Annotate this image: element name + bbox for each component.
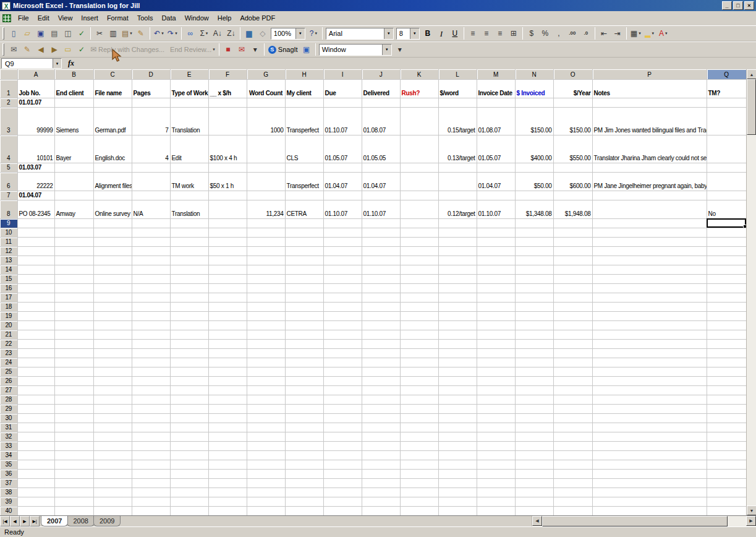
cell-J18[interactable] xyxy=(362,302,400,311)
cell-N20[interactable] xyxy=(515,320,553,330)
cell-Q7[interactable] xyxy=(707,191,746,200)
cell-J3[interactable]: 01.08.07 xyxy=(362,107,400,135)
cell-I40[interactable] xyxy=(323,506,362,515)
cell-E35[interactable] xyxy=(170,460,208,469)
cell-D11[interactable] xyxy=(132,237,170,246)
cell-M12[interactable] xyxy=(477,246,515,256)
cell-L5[interactable] xyxy=(438,163,477,172)
cell-D14[interactable] xyxy=(132,265,170,274)
cell-P5[interactable] xyxy=(592,163,707,172)
cell-P37[interactable] xyxy=(592,478,707,488)
cell-D9[interactable] xyxy=(132,218,170,228)
cell-M10[interactable] xyxy=(477,228,515,237)
cell-H28[interactable] xyxy=(285,395,323,404)
cell-G34[interactable] xyxy=(247,450,285,460)
print-preview-icon[interactable]: ◫ xyxy=(62,27,74,40)
font-size-select[interactable]: 8▾ xyxy=(396,28,420,40)
cell-I29[interactable] xyxy=(323,404,362,413)
cell-N24[interactable] xyxy=(515,358,553,367)
cell-Q40[interactable] xyxy=(707,506,746,515)
cell-M26[interactable] xyxy=(477,376,515,385)
cell-A37[interactable] xyxy=(17,478,54,488)
cell-O37[interactable] xyxy=(553,478,592,488)
cell-I26[interactable] xyxy=(323,376,362,385)
cell-Q26[interactable] xyxy=(707,376,746,385)
cell-H15[interactable] xyxy=(285,274,323,283)
cell-C14[interactable] xyxy=(93,265,132,274)
cell-N13[interactable] xyxy=(515,256,553,265)
cell-A34[interactable] xyxy=(17,450,54,460)
cell-A12[interactable] xyxy=(17,246,54,256)
align-center-icon[interactable]: ≡ xyxy=(480,27,493,40)
cell-P10[interactable] xyxy=(592,228,707,237)
cell-B31[interactable] xyxy=(54,423,93,432)
cell-A31[interactable] xyxy=(17,423,54,432)
cell-Q30[interactable] xyxy=(707,413,746,423)
row-header-26[interactable]: 26 xyxy=(0,376,17,385)
snagit-capture-window-icon[interactable]: ▣ xyxy=(300,43,313,56)
cell-O29[interactable] xyxy=(553,404,592,413)
vertical-scroll-thumb[interactable] xyxy=(747,79,756,135)
cell-L3[interactable]: 0.15/target xyxy=(438,107,477,135)
cell-L10[interactable] xyxy=(438,228,477,237)
cell-F17[interactable] xyxy=(208,293,247,302)
cell-B39[interactable] xyxy=(54,497,93,506)
print-icon[interactable]: ▤ xyxy=(48,27,61,40)
name-box-dropdown-icon[interactable]: ▾ xyxy=(53,59,61,68)
cell-O22[interactable] xyxy=(553,339,592,348)
row-header-3[interactable]: 3 xyxy=(0,107,17,135)
row-header-17[interactable]: 17 xyxy=(0,293,17,302)
cell-J27[interactable] xyxy=(362,385,400,395)
cell-H20[interactable] xyxy=(285,320,323,330)
cell-F3[interactable] xyxy=(208,107,247,135)
cell-P26[interactable] xyxy=(592,376,707,385)
cell-J4[interactable]: 01.05.05 xyxy=(362,135,400,163)
cell-C38[interactable] xyxy=(93,488,132,497)
cell-F13[interactable] xyxy=(208,256,247,265)
cell-L32[interactable] xyxy=(438,432,477,441)
cell-L35[interactable] xyxy=(438,460,477,469)
cell-G22[interactable] xyxy=(247,339,285,348)
cell-A13[interactable] xyxy=(17,256,54,265)
cell-H14[interactable] xyxy=(285,265,323,274)
sheet-tab-2007[interactable]: 2007 xyxy=(41,516,68,526)
cell-I27[interactable] xyxy=(323,385,362,395)
cell-F15[interactable] xyxy=(208,274,247,283)
cell-N35[interactable] xyxy=(515,460,553,469)
cell-K18[interactable] xyxy=(400,302,438,311)
underline-button[interactable]: U xyxy=(449,27,461,40)
cell-M6[interactable]: 01.04.07 xyxy=(477,172,515,191)
undo-icon[interactable]: ↶▾ xyxy=(153,27,165,40)
cell-H17[interactable] xyxy=(285,293,323,302)
cell-D38[interactable] xyxy=(132,488,170,497)
cell-F18[interactable] xyxy=(208,302,247,311)
cell-I37[interactable] xyxy=(323,478,362,488)
cell-E30[interactable] xyxy=(170,413,208,423)
cell-O25[interactable] xyxy=(553,367,592,376)
cell-B38[interactable] xyxy=(54,488,93,497)
cell-H6[interactable]: Transperfect xyxy=(285,172,323,191)
cell-I22[interactable] xyxy=(323,339,362,348)
cell-M16[interactable] xyxy=(477,283,515,293)
row-header-37[interactable]: 37 xyxy=(0,478,17,488)
cell-O7[interactable] xyxy=(553,191,592,200)
cell-C37[interactable] xyxy=(93,478,132,488)
cell-B17[interactable] xyxy=(54,293,93,302)
cell-H25[interactable] xyxy=(285,367,323,376)
cell-A38[interactable] xyxy=(17,488,54,497)
first-sheet-button[interactable]: |◀ xyxy=(0,516,10,526)
cell-N4[interactable]: $400.00 xyxy=(515,135,553,163)
cell-H34[interactable] xyxy=(285,450,323,460)
cell-D25[interactable] xyxy=(132,367,170,376)
borders-icon[interactable]: ▦▾ xyxy=(629,27,642,40)
cell-K19[interactable] xyxy=(400,311,438,320)
cell-G12[interactable] xyxy=(247,246,285,256)
cell-J26[interactable] xyxy=(362,376,400,385)
cell-O21[interactable] xyxy=(553,330,592,339)
cell-N1[interactable]: $ Invoiced xyxy=(515,79,553,98)
cell-D31[interactable] xyxy=(132,423,170,432)
cell-L1[interactable]: $/word xyxy=(438,79,477,98)
cell-P13[interactable] xyxy=(592,256,707,265)
cell-G39[interactable] xyxy=(247,497,285,506)
chevron-down-icon[interactable]: ▾ xyxy=(410,28,419,39)
